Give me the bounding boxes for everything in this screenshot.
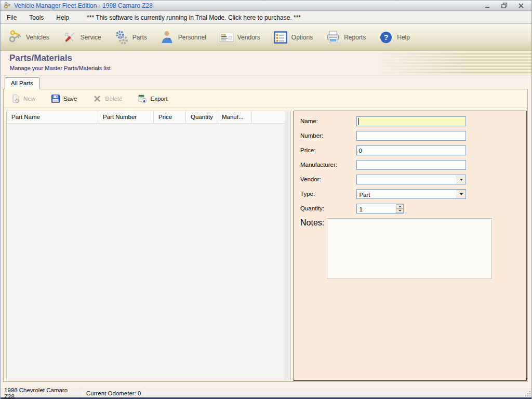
- delete-button-label: Delete: [105, 96, 122, 102]
- printer-icon: [325, 30, 341, 45]
- toolbar-button-help[interactable]: ? Help: [374, 27, 418, 48]
- delete-x-icon: [92, 94, 102, 103]
- parts-grid: Part Name Part Number Price Quantity Man…: [6, 111, 291, 380]
- minimize-icon: [485, 3, 490, 8]
- spin-up-button[interactable]: [396, 204, 404, 209]
- toolbar-label: Parts: [132, 34, 147, 41]
- status-vehicle: 1998 Chevrolet Camaro Z28: [1, 389, 82, 397]
- column-header-part-name[interactable]: Part Name: [7, 111, 98, 123]
- export-button-label: Export: [150, 96, 167, 102]
- menu-file[interactable]: File: [1, 12, 23, 23]
- resize-grip-icon: [524, 390, 531, 397]
- page-subtitle: Manage your Master Parts/Materials list: [10, 65, 111, 71]
- vendor-dropdown-button[interactable]: [457, 175, 466, 184]
- toolbar-label: Vehicles: [26, 34, 49, 41]
- price-label: Price:: [300, 145, 354, 153]
- form-row-number: Number:: [300, 131, 526, 145]
- close-button[interactable]: [516, 2, 526, 9]
- toolbar-button-vendors[interactable]: Vendors: [214, 27, 268, 48]
- export-button[interactable]: a Export: [138, 94, 167, 103]
- person-icon: [159, 30, 175, 45]
- toolbar-label: Reports: [344, 34, 366, 41]
- menu-tools[interactable]: Tools: [23, 12, 50, 23]
- toolbar-label: Personnel: [178, 34, 206, 41]
- tab-all-parts[interactable]: All Parts: [5, 77, 39, 89]
- column-header-part-number[interactable]: Part Number: [98, 111, 154, 123]
- grid-vertical-scrollbar[interactable]: [285, 111, 290, 380]
- toolbar-button-service[interactable]: Service: [57, 27, 109, 48]
- form-row-notes: Notes:: [300, 218, 526, 279]
- workspace: All Parts New: [1, 76, 531, 389]
- contact-card-icon: [219, 30, 234, 45]
- number-input[interactable]: [356, 131, 466, 141]
- form-row-vendor: Vendor:: [300, 175, 526, 189]
- toolbar-label: Vendors: [237, 34, 260, 41]
- chevron-down-icon: [398, 210, 402, 211]
- new-part-icon: [11, 94, 20, 103]
- minimize-button[interactable]: [483, 2, 493, 9]
- column-header-manufacturer[interactable]: Manuf...: [217, 111, 252, 123]
- content-box: New Save: [3, 89, 528, 382]
- app-keys-icon: [3, 2, 11, 10]
- status-bar: 1998 Chevrolet Camaro Z28 Current Odomet…: [1, 389, 531, 399]
- column-header-quantity[interactable]: Quantity: [186, 111, 217, 123]
- type-label: Type:: [300, 189, 354, 197]
- vendor-label: Vendor:: [300, 175, 354, 182]
- new-button-label: New: [23, 96, 35, 102]
- title-bar: Vehicle Manager Fleet Edition - 1998 Cam…: [1, 0, 531, 11]
- quantity-stepper[interactable]: 1: [356, 204, 404, 214]
- restore-icon: [501, 3, 508, 8]
- save-button[interactable]: Save: [51, 94, 77, 103]
- trial-mode-notice[interactable]: *** This software is currently running i…: [87, 14, 301, 21]
- toolbar-label: Service: [81, 34, 101, 41]
- form-row-price: Price:: [300, 145, 526, 160]
- type-dropdown[interactable]: Part: [356, 189, 466, 199]
- main-toolbar: Vehicles Service Parts: [1, 23, 531, 51]
- gears-icon: [114, 30, 129, 45]
- new-button[interactable]: New: [11, 94, 35, 103]
- status-divider: [145, 389, 145, 397]
- save-floppy-icon: [51, 94, 60, 103]
- save-button-label: Save: [63, 96, 77, 102]
- close-icon: [518, 3, 524, 8]
- resize-grip[interactable]: [524, 389, 531, 397]
- notes-textarea[interactable]: [327, 218, 492, 279]
- chevron-up-icon: [398, 206, 402, 207]
- spin-down-button[interactable]: [396, 209, 404, 214]
- keys-icon: [7, 30, 23, 45]
- form-row-manufacturer: Manufacturer:: [300, 160, 526, 175]
- text-caret: [358, 118, 359, 125]
- price-input[interactable]: [356, 145, 466, 155]
- type-dropdown-button[interactable]: [457, 190, 466, 198]
- notes-label: Notes:: [300, 218, 324, 227]
- name-input[interactable]: [356, 116, 466, 126]
- toolbar-button-reports[interactable]: Reports: [321, 27, 374, 48]
- quantity-value: 1: [357, 205, 362, 212]
- restore-button[interactable]: [500, 2, 509, 9]
- grid-header-row: Part Name Part Number Price Quantity Man…: [7, 111, 290, 124]
- toolbar-label: Options: [291, 34, 313, 41]
- form-row-type: Type: Part: [300, 189, 526, 204]
- toolbar-button-options[interactable]: Options: [268, 27, 321, 48]
- vendor-selected-value: [357, 176, 359, 183]
- toolbar-button-vehicles[interactable]: Vehicles: [3, 27, 57, 48]
- form-row-quantity: Quantity: 1: [300, 204, 526, 218]
- vendor-dropdown[interactable]: [356, 175, 466, 184]
- export-icon: a: [138, 94, 147, 103]
- manufacturer-label: Manufacturer:: [300, 160, 354, 168]
- tools-icon: [62, 30, 77, 45]
- header-stripes-decoration: [376, 51, 531, 75]
- delete-button[interactable]: Delete: [92, 94, 122, 103]
- toolbar-button-personnel[interactable]: Personnel: [155, 27, 214, 48]
- manufacturer-input[interactable]: [356, 160, 466, 170]
- toolbar-label: Help: [397, 34, 410, 41]
- column-header-price[interactable]: Price: [154, 111, 186, 123]
- window-title: Vehicle Manager Fleet Edition - 1998 Cam…: [14, 2, 153, 9]
- chevron-down-icon: [460, 179, 463, 181]
- toolbar-button-parts[interactable]: Parts: [109, 27, 155, 48]
- svg-text:?: ?: [384, 33, 389, 42]
- svg-text:a: a: [143, 98, 145, 103]
- part-details-panel: Name: Number: Price: Manufacturer:: [294, 111, 527, 381]
- page-title: Parts/Materials: [9, 53, 72, 63]
- menu-help[interactable]: Help: [50, 12, 75, 23]
